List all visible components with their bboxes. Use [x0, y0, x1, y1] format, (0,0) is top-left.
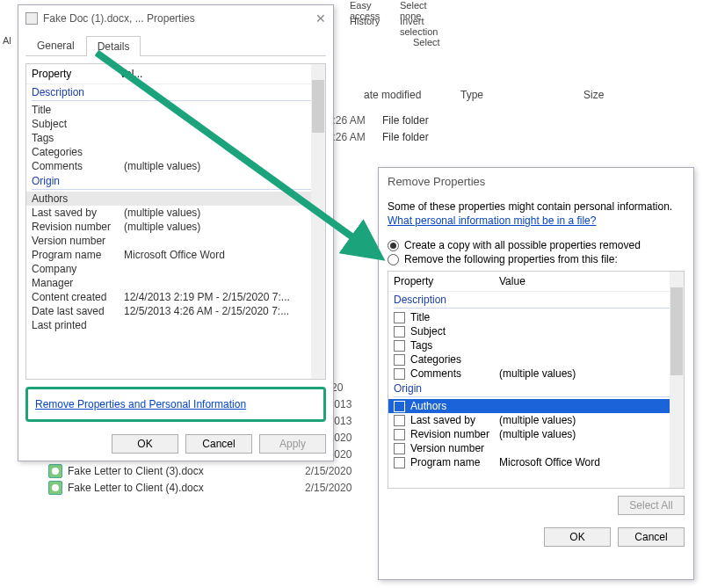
group-description: Description [26, 84, 325, 100]
remove-info-text: Some of these properties might contain p… [388, 200, 685, 213]
remove-list-header[interactable]: Property Value [388, 272, 684, 292]
checkbox[interactable] [394, 401, 405, 412]
remove-prop-comments[interactable]: Comments(multiple values) [388, 367, 684, 381]
prop-tags[interactable]: Tags [26, 131, 325, 145]
ok-button[interactable]: OK [112, 434, 178, 454]
radio-remove-following[interactable]: Remove the following properties from thi… [388, 253, 685, 265]
checkbox[interactable] [394, 457, 405, 468]
invert-selection-button[interactable]: Invert selection [400, 16, 438, 37]
col-property[interactable]: Property [32, 68, 120, 80]
cancel-button[interactable]: Cancel [618, 527, 685, 547]
properties-dialog: Fake Doc (1).docx, ... Properties ✕ Gene… [18, 4, 334, 461]
scroll-thumb[interactable] [670, 287, 683, 375]
word-doc-icon [48, 481, 62, 495]
ok-button[interactable]: OK [544, 527, 611, 547]
prop-subject[interactable]: Subject [26, 117, 325, 131]
checkbox[interactable] [394, 443, 405, 454]
checkbox[interactable] [394, 354, 405, 366]
checkbox[interactable] [394, 312, 405, 323]
remove-prop-last-saved-by[interactable]: Last saved by(multiple values) [388, 413, 684, 427]
remove-prop-title[interactable]: Title [388, 310, 684, 324]
properties-list[interactable]: Property Val... Description Title Subjec… [25, 63, 326, 380]
tab-strip: General Details [25, 35, 326, 56]
remove-properties-link[interactable]: Remove Properties and Personal Informati… [35, 398, 246, 410]
group-origin: Origin [388, 381, 684, 396]
remove-prop-version[interactable]: Version number [388, 441, 684, 455]
remove-properties-dialog: Remove Properties Some of these properti… [378, 167, 694, 580]
apply-button[interactable]: Apply [259, 434, 326, 454]
checkbox[interactable] [394, 415, 405, 426]
select-group-label: Select [413, 37, 440, 47]
remove-prop-categories[interactable]: Categories [388, 352, 684, 367]
properties-title-text: Fake Doc (1).docx, ... Properties [43, 12, 195, 25]
prop-date-last-saved[interactable]: Date last saved12/5/2013 4:26 AM - 2/15/… [26, 304, 325, 318]
remove-prop-tags[interactable]: Tags [388, 338, 684, 352]
prop-categories[interactable]: Categories [26, 145, 325, 159]
close-icon[interactable]: ✕ [315, 11, 326, 25]
remove-prop-subject[interactable]: Subject [388, 324, 684, 338]
prop-comments[interactable]: Comments(multiple values) [26, 159, 325, 173]
tab-details[interactable]: Details [86, 36, 141, 56]
radio-on-icon[interactable] [388, 240, 399, 251]
prop-content-created[interactable]: Content created12/4/2013 2:19 PM - 2/15/… [26, 290, 325, 304]
remove-prop-program[interactable]: Program nameMicrosoft Office Word [388, 455, 684, 469]
col-value[interactable]: Val... [120, 68, 142, 80]
col-size[interactable]: Size [580, 83, 703, 110]
remove-properties-list[interactable]: Property Value Description Title Subject… [388, 271, 685, 489]
cancel-button[interactable]: Cancel [185, 434, 252, 454]
checkbox[interactable] [394, 340, 405, 352]
col-date-modified[interactable]: ate modified [360, 83, 457, 110]
prop-authors[interactable]: Authors [26, 192, 325, 206]
properties-header-row[interactable]: Property Val... [26, 64, 325, 84]
scrollbar[interactable] [311, 64, 325, 379]
prop-program[interactable]: Program nameMicrosoft Office Word [26, 248, 325, 262]
prop-last-printed[interactable]: Last printed [26, 318, 325, 332]
remove-prop-revision[interactable]: Revision number(multiple values) [388, 427, 684, 441]
col-property: Property [394, 275, 499, 287]
remove-properties-highlight: Remove Properties and Personal Informati… [25, 387, 326, 422]
group-description: Description [388, 292, 684, 308]
tab-general[interactable]: General [25, 35, 86, 55]
what-personal-info-link[interactable]: What personal information might be in a … [388, 214, 596, 227]
remove-prop-authors[interactable]: Authors [388, 399, 684, 413]
col-type[interactable]: Type [457, 83, 580, 110]
checkbox[interactable] [394, 326, 405, 338]
prop-revision[interactable]: Revision number(multiple values) [26, 220, 325, 234]
prop-company[interactable]: Company [26, 262, 325, 276]
scroll-thumb[interactable] [312, 80, 324, 133]
properties-titlebar[interactable]: Fake Doc (1).docx, ... Properties ✕ [18, 5, 333, 32]
prop-last-saved-by[interactable]: Last saved by(multiple values) [26, 206, 325, 220]
al-fragment: Al [3, 35, 11, 46]
radio-create-copy[interactable]: Create a copy with all possible properti… [388, 239, 685, 251]
checkbox[interactable] [394, 429, 405, 440]
col-value: Value [499, 275, 525, 287]
select-all-button[interactable]: Select All [618, 496, 685, 515]
history-button[interactable]: History [350, 16, 380, 26]
word-doc-icon [48, 464, 62, 478]
prop-manager[interactable]: Manager [26, 276, 325, 290]
group-origin: Origin [26, 173, 325, 189]
remove-properties-title: Remove Properties [388, 175, 685, 188]
prop-title[interactable]: Title [26, 103, 325, 117]
document-icon [25, 12, 38, 25]
checkbox[interactable] [394, 368, 405, 380]
scrollbar[interactable] [670, 272, 684, 488]
prop-version[interactable]: Version number [26, 234, 325, 248]
radio-off-icon[interactable] [388, 254, 399, 265]
